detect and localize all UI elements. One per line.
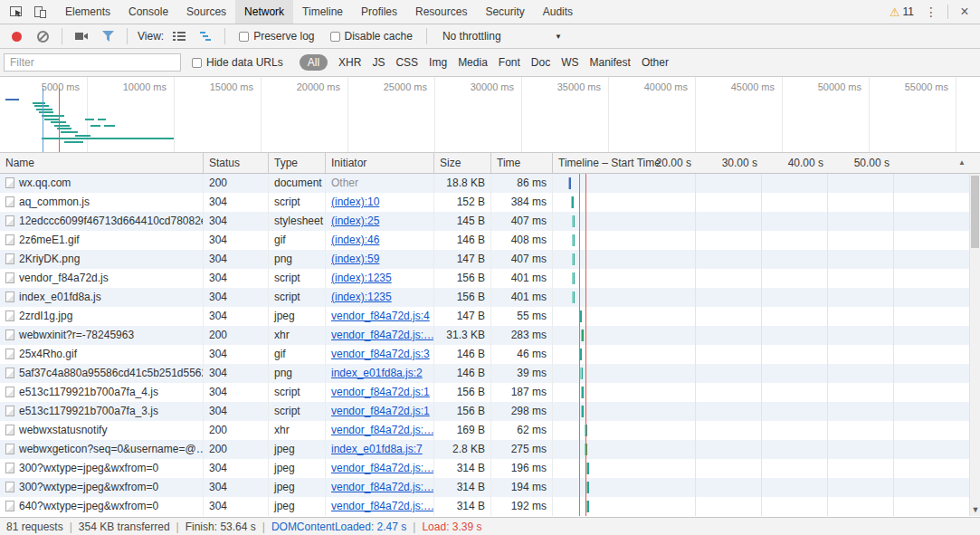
request-row[interactable]: 300?wxtype=jpeg&wxfrom=0304jpegvendor_f8…	[0, 478, 969, 497]
column-header-time[interactable]: Time	[491, 153, 553, 173]
filter-input[interactable]	[4, 53, 181, 72]
initiator-link[interactable]: (index):59	[331, 253, 379, 265]
type-filter-ws[interactable]: WS	[561, 56, 578, 69]
request-row[interactable]: wx.qq.com200documentOther18.8 KB86 ms	[0, 174, 969, 193]
file-icon	[5, 253, 14, 264]
close-icon[interactable]: ×	[954, 2, 975, 22]
type-filter-media[interactable]: Media	[458, 56, 488, 69]
preserve-log-label: Preserve log	[253, 30, 314, 43]
request-row[interactable]: vendor_f84a72d.js304script(index):123515…	[0, 269, 969, 288]
cell-name: index_e01fd8a.js	[0, 288, 204, 307]
initiator-link[interactable]: (index):1235	[331, 291, 392, 303]
clear-button[interactable]	[32, 26, 53, 46]
request-row[interactable]: 25x4Rho.gif304gifvendor_f84a72d.js:3146 …	[0, 345, 969, 364]
initiator-link[interactable]: (index):25	[331, 215, 379, 227]
scrollbar-thumb[interactable]	[971, 176, 979, 248]
initiator-link[interactable]: vendor_f84a72d.js:…	[331, 462, 434, 474]
initiator-link[interactable]: vendor_f84a72d.js:3	[331, 348, 430, 360]
request-row[interactable]: e513c1179921b700a7fa_3.js304scriptvendor…	[0, 402, 969, 421]
column-header-status[interactable]: Status	[204, 153, 269, 173]
tab-security[interactable]: Security	[476, 0, 533, 24]
request-name: wx.qq.com	[19, 177, 71, 189]
type-filter-all[interactable]: All	[300, 54, 328, 71]
cell-initiator: index_e01fd8a.js:7	[326, 440, 434, 459]
request-row[interactable]: 2KriyDK.png304png(index):59147 B407 ms	[0, 250, 969, 269]
tab-elements[interactable]: Elements	[56, 0, 119, 24]
column-header-type[interactable]: Type	[269, 153, 326, 173]
column-header-size[interactable]: Size	[434, 153, 491, 173]
type-filter-css[interactable]: CSS	[395, 56, 418, 69]
cell-status: 304	[204, 497, 269, 516]
vertical-scrollbar[interactable]: ▼	[969, 174, 980, 516]
overview-request-bar	[5, 99, 19, 100]
console-warning-badge[interactable]: ⚠ 11	[886, 5, 918, 19]
request-row[interactable]: aq_common.js304script(index):10152 B384 …	[0, 193, 969, 212]
initiator-link[interactable]: vendor_f84a72d.js:…	[331, 329, 434, 341]
request-row[interactable]: 640?wxtype=jpeg&wxfrom=0304jpegvendor_f8…	[0, 497, 969, 516]
initiator-link[interactable]: index_e01fd8a.js:2	[331, 367, 423, 379]
request-row[interactable]: 12edccc6099f46713d664410cd78082e…304styl…	[0, 212, 969, 231]
request-name: 300?wxtype=jpeg&wxfrom=0	[19, 481, 158, 493]
initiator-link[interactable]: vendor_f84a72d.js:1	[331, 405, 430, 417]
initiator-link[interactable]: vendor_f84a72d.js:…	[331, 481, 434, 493]
type-filter-other[interactable]: Other	[642, 56, 669, 69]
tab-sources[interactable]: Sources	[177, 0, 235, 24]
initiator-link[interactable]: vendor_f84a72d.js:4	[331, 310, 430, 322]
type-filter-xhr[interactable]: XHR	[338, 56, 361, 69]
screenshot-camera-icon[interactable]	[71, 26, 92, 46]
initiator-link[interactable]: (index):1235	[331, 272, 392, 284]
large-rows-view-icon[interactable]	[168, 26, 190, 46]
initiator-link[interactable]: vendor_f84a72d.js:…	[331, 424, 434, 436]
column-header-name[interactable]: Name	[0, 153, 204, 173]
cell-timeline	[553, 478, 969, 497]
initiator-link[interactable]: vendor_f84a72d.js:…	[331, 500, 434, 512]
overview-pane[interactable]: 5000 ms10000 ms15000 ms20000 ms25000 ms3…	[0, 77, 980, 153]
request-row[interactable]: 5af37c4a880a95586cd41c5b251d5562…304pngi…	[0, 364, 969, 383]
filter-funnel-icon[interactable]	[97, 26, 119, 46]
type-filter-font[interactable]: Font	[499, 56, 520, 69]
throttling-select[interactable]: No throttling ▼	[442, 30, 562, 43]
request-row[interactable]: 2z6meE1.gif304gif(index):46146 B408 ms	[0, 231, 969, 250]
type-filter-img[interactable]: Img	[429, 56, 447, 69]
tab-timeline[interactable]: Timeline	[293, 0, 352, 24]
file-icon	[5, 387, 14, 397]
device-toolbar-icon[interactable]	[29, 2, 51, 22]
overview-request-bar	[90, 125, 101, 127]
request-row[interactable]: webwxinit?r=-78245963200xhrvendor_f84a72…	[0, 326, 969, 345]
request-row[interactable]: 2zrdI1g.jpg304jpegvendor_f84a72d.js:4147…	[0, 307, 969, 326]
initiator-link[interactable]: vendor_f84a72d.js:1	[331, 386, 430, 398]
request-row[interactable]: webwxgeticon?seq=0&username=@…200jpegind…	[0, 440, 969, 459]
type-filter-manifest[interactable]: Manifest	[590, 56, 631, 69]
column-header-initiator[interactable]: Initiator	[326, 153, 434, 173]
request-row[interactable]: 300?wxtype=jpeg&wxfrom=0304jpegvendor_f8…	[0, 459, 969, 478]
request-row[interactable]: index_e01fd8a.js304script(index):1235156…	[0, 288, 969, 307]
initiator-link[interactable]: (index):10	[331, 196, 379, 208]
overflow-menu-icon[interactable]: ⋮	[920, 2, 942, 22]
request-row[interactable]: e513c1179921b700a7fa_4.js304scriptvendor…	[0, 383, 969, 402]
tab-network[interactable]: Network	[235, 0, 293, 24]
tab-audits[interactable]: Audits	[534, 0, 582, 24]
overview-gridline	[87, 77, 88, 152]
checkbox-icon	[239, 32, 249, 42]
tab-resources[interactable]: Resources	[406, 0, 476, 24]
request-row[interactable]: webwxstatusnotify200xhrvendor_f84a72d.js…	[0, 421, 969, 440]
cell-size: 147 B	[434, 307, 491, 326]
inspect-element-icon[interactable]	[5, 2, 27, 22]
disable-cache-checkbox[interactable]: Disable cache	[330, 30, 413, 43]
type-filter-doc[interactable]: Doc	[531, 56, 550, 69]
hide-data-urls-checkbox[interactable]: Hide data URLs	[192, 56, 283, 69]
timeline-view-icon[interactable]	[195, 26, 216, 46]
tab-console[interactable]: Console	[119, 0, 177, 24]
tab-profiles[interactable]: Profiles	[352, 0, 406, 24]
divider	[224, 28, 225, 44]
record-button[interactable]	[5, 26, 27, 46]
throttling-value: No throttling	[442, 30, 501, 43]
initiator-link[interactable]: index_e01fd8a.js:7	[331, 443, 423, 455]
preserve-log-checkbox[interactable]: Preserve log	[239, 30, 314, 43]
initiator-link[interactable]: (index):46	[331, 234, 379, 246]
cell-initiator: vendor_f84a72d.js:…	[326, 326, 434, 345]
column-header-timeline[interactable]: Timeline – Start Time20.00 s30.00 s40.00…	[553, 153, 980, 173]
cell-size: 314 B	[434, 459, 491, 478]
scroll-down-icon[interactable]: ▼	[970, 504, 980, 516]
type-filter-js[interactable]: JS	[372, 56, 385, 69]
